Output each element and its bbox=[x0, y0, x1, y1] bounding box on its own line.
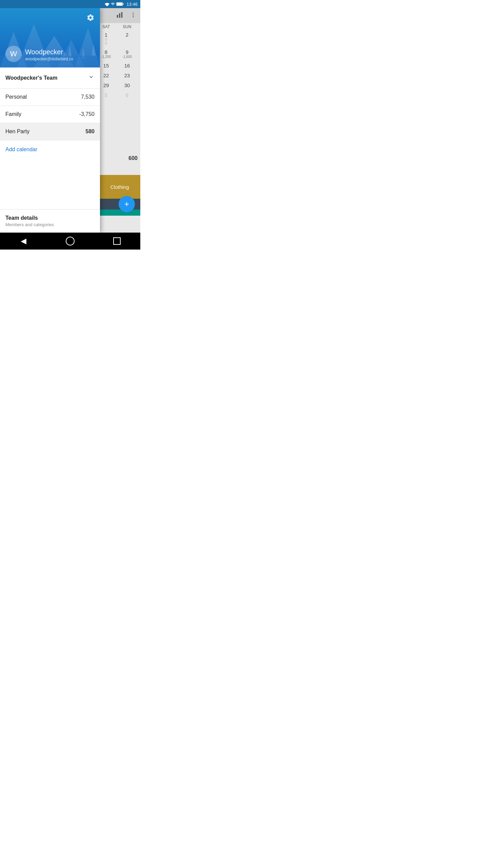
calendar-item-family[interactable]: Family -3,750 bbox=[0, 106, 100, 123]
navigation-bar bbox=[0, 233, 140, 250]
cal-day-6[interactable]: 6 bbox=[117, 91, 138, 99]
teal-category-strip bbox=[100, 210, 140, 216]
cal-day-30[interactable]: 30 bbox=[117, 81, 138, 90]
chevron-down-icon bbox=[88, 74, 95, 82]
user-email: woodpecker@dollarbird.co bbox=[25, 57, 73, 61]
calendar-value-hen-party: 580 bbox=[85, 129, 95, 135]
sun-header: SUN bbox=[117, 24, 138, 29]
svg-rect-7 bbox=[123, 3, 124, 5]
clothing-category-tile[interactable]: Clothing bbox=[99, 175, 140, 199]
cal-day-16[interactable]: 16 bbox=[117, 61, 138, 70]
signal-icon bbox=[111, 2, 115, 6]
calendar-name-family: Family bbox=[5, 111, 21, 117]
svg-rect-2 bbox=[121, 12, 123, 18]
status-bar-right: 13:46 bbox=[105, 2, 138, 7]
calendar-summary-amount: 600 bbox=[128, 155, 138, 161]
battery-icon bbox=[116, 2, 124, 6]
calendar-item-personal[interactable]: Personal 7,530 bbox=[0, 88, 100, 106]
drawer-footer[interactable]: Team details Members and categories bbox=[0, 209, 100, 233]
status-bar: 13:46 bbox=[0, 0, 140, 8]
calendar-item-hen-party[interactable]: Hen Party 580 bbox=[0, 123, 100, 140]
home-button[interactable] bbox=[60, 234, 80, 248]
chart-icon[interactable] bbox=[116, 11, 123, 20]
add-entry-button[interactable]: + bbox=[119, 196, 135, 212]
drawer-header: W Woodpecker woodpecker@dollarbird.co bbox=[0, 8, 100, 67]
cal-day-2[interactable]: 2 bbox=[117, 31, 138, 46]
calendar-name-hen-party: Hen Party bbox=[5, 129, 29, 135]
recents-button[interactable] bbox=[107, 234, 127, 248]
team-name-label: Woodpecker's Team bbox=[5, 75, 57, 81]
user-name: Woodpecker bbox=[25, 48, 73, 56]
team-details-title: Team details bbox=[5, 215, 95, 221]
navigation-drawer: W Woodpecker woodpecker@dollarbird.co Wo… bbox=[0, 8, 100, 233]
svg-point-4 bbox=[133, 14, 134, 15]
svg-rect-1 bbox=[119, 13, 120, 18]
svg-rect-8 bbox=[117, 3, 122, 5]
svg-rect-0 bbox=[117, 15, 118, 18]
back-button[interactable] bbox=[13, 234, 34, 248]
svg-point-5 bbox=[133, 16, 134, 17]
more-icon[interactable] bbox=[130, 12, 136, 20]
calendar-value-personal: 7,530 bbox=[81, 94, 95, 100]
settings-icon[interactable] bbox=[86, 14, 95, 24]
drawer-content: Woodpecker's Team Personal 7,530 Family … bbox=[0, 67, 100, 209]
svg-point-3 bbox=[133, 13, 134, 14]
cal-day-23[interactable]: 23 bbox=[117, 71, 138, 80]
team-details-subtitle: Members and categories bbox=[5, 222, 95, 227]
calendar-value-family: -3,750 bbox=[79, 111, 95, 117]
user-info: Woodpecker woodpecker@dollarbird.co bbox=[25, 48, 73, 61]
wifi-icon bbox=[105, 2, 109, 6]
team-selector[interactable]: Woodpecker's Team bbox=[0, 67, 100, 88]
cal-day-9[interactable]: 9 -1,600 bbox=[117, 48, 138, 60]
avatar: W bbox=[5, 46, 22, 62]
calendar-name-personal: Personal bbox=[5, 94, 27, 100]
clock-display: 13:46 bbox=[126, 2, 138, 7]
add-calendar-button[interactable]: Add calendar bbox=[0, 140, 100, 159]
